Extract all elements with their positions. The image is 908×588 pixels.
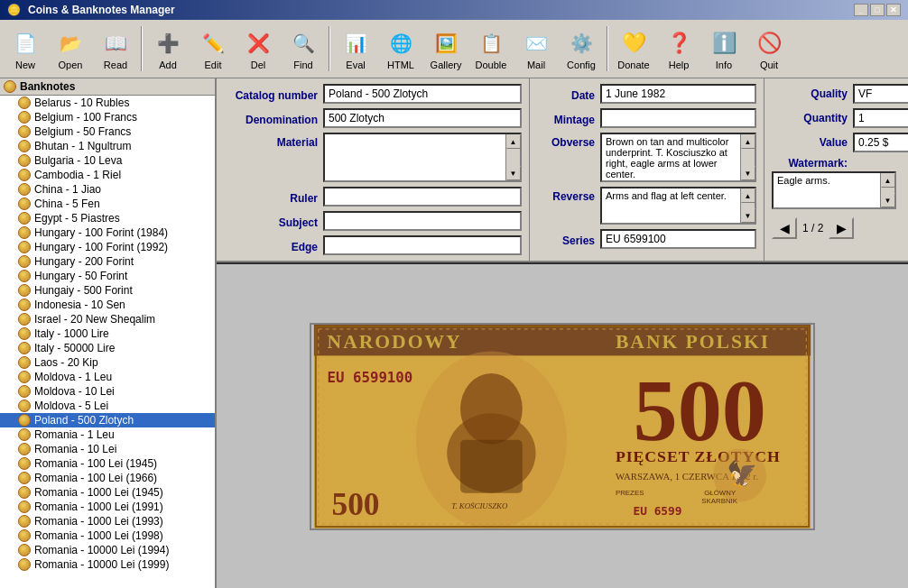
subject-input[interactable]: [323, 211, 522, 231]
donate-icon: 💛: [619, 29, 648, 58]
item-label: Bhutan - 1 Ngultrum: [34, 140, 131, 152]
svg-text:BANK POLSKI: BANK POLSKI: [616, 331, 770, 353]
banknote-image: NARODOWY BANK POLSKI EU 6599100 500 PIĘC…: [310, 323, 815, 530]
sidebar-item[interactable]: Hungary - 200 Forint: [0, 254, 215, 269]
sidebar-item[interactable]: Cambodia - 1 Riel: [0, 168, 215, 182]
item-icon: [18, 212, 31, 225]
sidebar-item[interactable]: Belgium - 50 Francs: [0, 124, 215, 139]
item-label: Belgium - 50 Francs: [34, 125, 131, 138]
edge-input[interactable]: [323, 235, 522, 255]
rev-scroll-up[interactable]: ▲: [741, 188, 755, 203]
sidebar-item[interactable]: Romania - 10 Lei: [0, 442, 215, 456]
edit-button[interactable]: ✏️ Edit: [191, 23, 235, 74]
help-button[interactable]: ❓ Help: [657, 23, 700, 74]
sidebar-item[interactable]: Belarus - 10 Rubles: [0, 96, 215, 110]
sidebar-item[interactable]: Romania - 100 Lei (1945): [0, 456, 215, 471]
find-button[interactable]: 🔍 Find: [282, 23, 325, 74]
sidebar-item[interactable]: Indonesia - 10 Sen: [0, 298, 215, 312]
sidebar-item[interactable]: Romania - 1 Leu: [0, 427, 215, 442]
item-label: Romania - 10000 Lei (1999): [34, 558, 169, 571]
sidebar-item[interactable]: Israel - 20 New Sheqalim: [0, 312, 215, 326]
item-icon: [18, 472, 31, 484]
ob-scroll-down[interactable]: ▼: [741, 166, 755, 180]
open-button[interactable]: 📂 Open: [49, 23, 92, 74]
mintage-input[interactable]: [600, 108, 756, 128]
item-label: Moldova - 1 Leu: [34, 371, 112, 383]
reverse-scrollbar[interactable]: ▲ ▼: [740, 188, 755, 223]
donate-button[interactable]: 💛 Donate: [612, 23, 655, 74]
date-label: Date: [537, 87, 600, 102]
toolbar: 📄 New 📂 Open 📖 Read ➕ Add ✏️ Edit ❌ Del …: [0, 20, 908, 78]
sidebar-item[interactable]: Romania - 100 Lei (1966): [0, 471, 215, 485]
value-input[interactable]: [853, 133, 908, 152]
sidebar-item[interactable]: Romania - 10000 Lei (1999): [0, 557, 215, 572]
catalog-label: Catalog number: [224, 87, 323, 102]
ruler-input[interactable]: [323, 187, 522, 207]
item-label: Poland - 500 Zlotych: [34, 414, 134, 427]
quality-input[interactable]: [853, 84, 908, 104]
material-scrollbar[interactable]: ▲ ▼: [505, 134, 520, 180]
sidebar-item[interactable]: Poland - 500 Zlotych: [0, 413, 215, 427]
sidebar-item[interactable]: China - 5 Fen: [0, 197, 215, 211]
wm-scroll-up[interactable]: ▲: [881, 173, 895, 188]
obverse-scrollbar[interactable]: ▲ ▼: [740, 134, 755, 180]
prev-button[interactable]: ◀: [772, 217, 797, 239]
denomination-input[interactable]: [323, 108, 522, 128]
minimize-button[interactable]: _: [854, 4, 868, 16]
sidebar-item[interactable]: Romania - 1000 Lei (1945): [0, 485, 215, 500]
series-input[interactable]: [600, 229, 756, 249]
reverse-value: Arms and flag at left center. ▲ ▼: [600, 187, 756, 225]
sidebar-item[interactable]: Bulgaria - 10 Leva: [0, 153, 215, 168]
html-button[interactable]: 🌐 HTML: [379, 23, 422, 74]
sidebar-item[interactable]: Hungary - 100 Forint (1992): [0, 240, 215, 254]
wm-scroll-down[interactable]: ▼: [881, 193, 895, 207]
mail-label: Mail: [527, 60, 545, 70]
sidebar-item[interactable]: Moldova - 5 Lei: [0, 399, 215, 413]
sidebar-item[interactable]: Egypt - 5 Piastres: [0, 211, 215, 225]
item-label: Romania - 1000 Lei (1945): [34, 486, 163, 499]
sidebar-item[interactable]: Belgium - 100 Francs: [0, 110, 215, 124]
read-button[interactable]: 📖 Read: [94, 23, 137, 74]
sidebar-item[interactable]: Italy - 50000 Lire: [0, 341, 215, 355]
double-button[interactable]: 📋 Double: [469, 23, 513, 74]
sidebar-item[interactable]: Romania - 1000 Lei (1998): [0, 528, 215, 543]
maximize-button[interactable]: □: [870, 4, 885, 16]
new-button[interactable]: 📄 New: [4, 23, 47, 74]
quit-button[interactable]: 🚫 Quit: [747, 23, 791, 74]
sidebar-item[interactable]: China - 1 Jiao: [0, 182, 215, 197]
rev-scroll-down[interactable]: ▼: [741, 208, 755, 223]
config-button[interactable]: ⚙️ Config: [560, 23, 603, 74]
sidebar-item[interactable]: Hungary - 100 Forint (1984): [0, 225, 215, 240]
mail-button[interactable]: ✉️ Mail: [514, 23, 558, 74]
date-input[interactable]: [600, 84, 756, 104]
scroll-up[interactable]: ▲: [506, 134, 521, 149]
watermark-text: Eagle arms.: [777, 175, 830, 186]
sidebar-item[interactable]: Bhutan - 1 Ngultrum: [0, 139, 215, 153]
del-label: Del: [251, 60, 266, 70]
sidebar-item[interactable]: Hungary - 50 Forint: [0, 269, 215, 283]
sidebar-item[interactable]: Romania - 1000 Lei (1993): [0, 514, 215, 528]
sidebar-item[interactable]: Moldova - 10 Lei: [0, 384, 215, 399]
sidebar-item[interactable]: Italy - 1000 Lire: [0, 326, 215, 341]
series-label: Series: [537, 232, 600, 247]
scroll-down[interactable]: ▼: [506, 166, 521, 180]
sidebar-item[interactable]: Romania - 1000 Lei (1991): [0, 500, 215, 514]
item-icon: [18, 198, 31, 210]
add-button[interactable]: ➕ Add: [146, 23, 190, 74]
sidebar-item[interactable]: Moldova - 1 Leu: [0, 370, 215, 384]
item-icon: [18, 371, 31, 383]
quantity-input[interactable]: [853, 108, 908, 128]
watermark-scrollbar[interactable]: ▲ ▼: [880, 173, 894, 207]
ob-scroll-up[interactable]: ▲: [741, 134, 755, 149]
del-button[interactable]: ❌ Del: [236, 23, 280, 74]
next-button[interactable]: ▶: [829, 217, 854, 239]
eval-button[interactable]: 📊 Eval: [334, 23, 377, 74]
catalog-input[interactable]: [323, 84, 522, 104]
info-button[interactable]: ℹ️ Info: [702, 23, 746, 74]
gallery-button[interactable]: 🖼️ Gallery: [424, 23, 468, 74]
sidebar-item[interactable]: Hungaiy - 500 Forint: [0, 283, 215, 298]
sidebar-item[interactable]: Romania - 10000 Lei (1994): [0, 543, 215, 557]
close-button[interactable]: ✕: [886, 4, 901, 16]
sidebar-list[interactable]: Belarus - 10 RublesBelgium - 100 FrancsB…: [0, 96, 215, 588]
sidebar-item[interactable]: Laos - 20 Kip: [0, 355, 215, 370]
